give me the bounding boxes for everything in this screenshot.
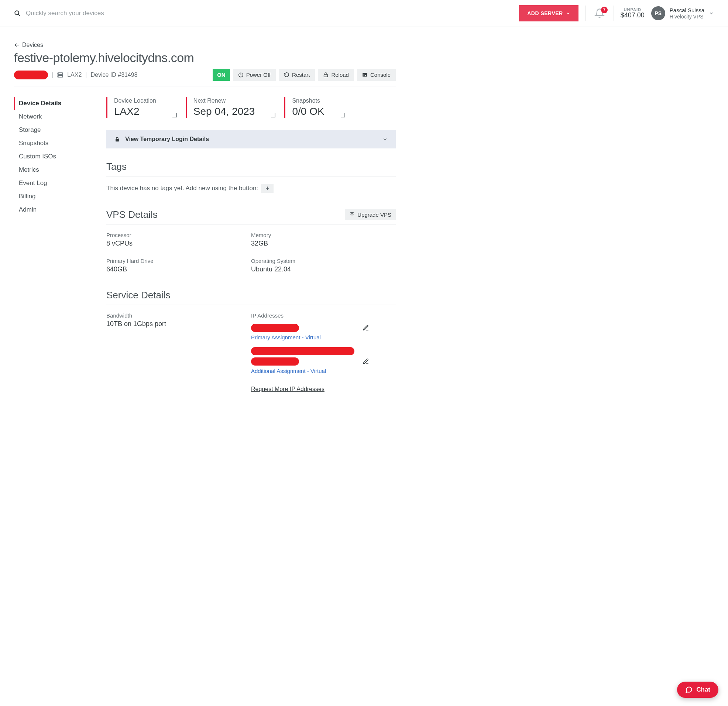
- redacted-ip: [251, 357, 299, 366]
- section-service-title: Service Details: [106, 289, 396, 305]
- sidebar-item-metrics[interactable]: Metrics: [14, 163, 99, 176]
- chevron-down-icon: [383, 137, 388, 142]
- company-name: Hivelocity VPS: [670, 14, 704, 20]
- edit-icon[interactable]: [363, 358, 369, 365]
- section-vps-title: VPS Details: [106, 209, 157, 220]
- sidebar-item-network[interactable]: Network: [14, 110, 99, 123]
- account-menu[interactable]: PS Pascal Suissa Hivelocity VPS: [651, 6, 714, 20]
- unpaid-amount: $407.00: [621, 12, 644, 19]
- kv-memory: Memory32GB: [251, 232, 396, 247]
- user-name: Pascal Suissa: [670, 7, 704, 13]
- view-login-details-toggle[interactable]: View Temporary Login Details: [106, 130, 396, 148]
- expand-corner-icon: [341, 113, 345, 117]
- upgrade-icon: [349, 212, 355, 217]
- card-snapshots[interactable]: Snapshots 0/0 OK: [284, 97, 332, 118]
- console-button[interactable]: Console: [357, 69, 396, 81]
- redacted-status-pill: [14, 71, 48, 80]
- chevron-down-icon: [566, 11, 571, 16]
- edit-icon[interactable]: [363, 324, 369, 331]
- avatar: PS: [651, 6, 665, 20]
- sidebar-item-admin[interactable]: Admin: [14, 203, 99, 216]
- svg-line-1: [18, 14, 20, 16]
- search-icon: [14, 10, 21, 17]
- expand-corner-icon: [172, 113, 177, 117]
- restart-button[interactable]: Restart: [279, 69, 315, 81]
- kv-disk: Primary Hard Drive640GB: [106, 258, 251, 273]
- notification-badge: 7: [601, 7, 608, 13]
- page-title: festive-ptolemy.hivelocitydns.com: [14, 51, 396, 65]
- add-server-button[interactable]: ADD SERVER: [519, 5, 578, 22]
- kv-processor: Processor8 vCPUs: [106, 232, 251, 247]
- sidebar: Device Details Network Storage Snapshots…: [14, 97, 106, 409]
- tags-empty-text: This device has no tags yet. Add new usi…: [106, 185, 258, 192]
- power-state-on[interactable]: ON: [212, 69, 230, 81]
- svg-point-6: [59, 76, 59, 77]
- reload-button[interactable]: Reload: [318, 69, 354, 81]
- search-input[interactable]: [26, 10, 513, 17]
- terminal-icon: [362, 72, 368, 78]
- divider: [614, 6, 614, 21]
- arrow-left-icon: [14, 42, 20, 48]
- lock-icon: [114, 137, 120, 142]
- svg-point-5: [59, 73, 59, 74]
- restart-icon: [284, 72, 289, 78]
- device-id-text: Device ID #31498: [91, 72, 137, 78]
- upgrade-vps-button[interactable]: Upgrade VPS: [345, 209, 396, 220]
- kv-bandwidth: Bandwidth 10TB on 1Gbps port: [106, 312, 251, 392]
- card-device-location[interactable]: Device Location LAX2: [106, 97, 163, 118]
- svg-rect-11: [116, 139, 119, 141]
- request-more-ips-link[interactable]: Request More IP Addresses: [251, 386, 325, 392]
- primary-assignment-link[interactable]: Primary Assignment - Virtual: [251, 334, 396, 340]
- notifications-button[interactable]: 7: [592, 8, 607, 19]
- back-to-devices-link[interactable]: Devices: [14, 42, 43, 48]
- power-icon: [238, 72, 244, 78]
- back-label: Devices: [22, 42, 43, 48]
- sidebar-item-custom-isos[interactable]: Custom ISOs: [14, 150, 99, 163]
- section-tags-title: Tags: [106, 161, 396, 176]
- sidebar-item-storage[interactable]: Storage: [14, 123, 99, 137]
- sidebar-item-snapshots[interactable]: Snapshots: [14, 137, 99, 150]
- power-off-button[interactable]: Power Off: [233, 69, 276, 81]
- expand-corner-icon: [271, 113, 275, 117]
- header-location: LAX2: [67, 72, 82, 78]
- unpaid-balance[interactable]: UNPAID $407.00: [621, 7, 644, 19]
- add-server-label: ADD SERVER: [527, 10, 563, 16]
- redacted-ip: [251, 324, 299, 332]
- sidebar-item-billing[interactable]: Billing: [14, 190, 99, 203]
- chevron-down-icon: [709, 11, 714, 16]
- ip-addresses-label: IP Addresses: [251, 312, 396, 319]
- reload-icon: [323, 72, 329, 78]
- divider: [585, 6, 585, 21]
- card-next-renew[interactable]: Next Renew Sep 04, 2023: [186, 97, 263, 118]
- svg-rect-9: [363, 73, 367, 77]
- redacted-ip: [251, 347, 354, 355]
- svg-rect-8: [324, 75, 328, 77]
- kv-os: Operating SystemUbuntu 22.04: [251, 258, 396, 273]
- server-stack-icon: [57, 72, 64, 78]
- svg-point-0: [15, 11, 19, 15]
- sidebar-item-device-details[interactable]: Device Details: [14, 97, 99, 110]
- add-tag-button[interactable]: +: [261, 184, 273, 193]
- sidebar-item-event-log[interactable]: Event Log: [14, 176, 99, 190]
- additional-assignment-link[interactable]: Additional Assignment - Virtual: [251, 368, 396, 374]
